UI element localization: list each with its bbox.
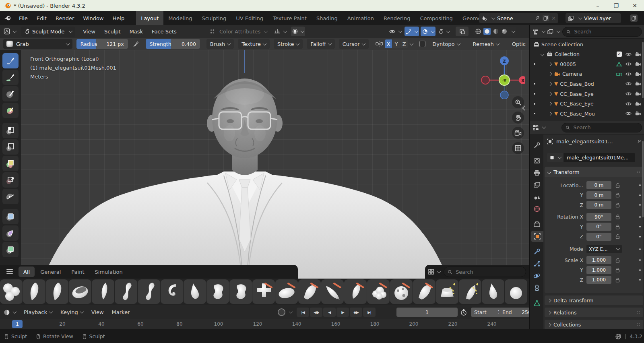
object-id-icon-button[interactable] [547, 153, 564, 162]
shelf-tab-general[interactable]: General [35, 267, 66, 277]
properties-tab-scene[interactable] [530, 191, 543, 202]
wireframe-shading-icon[interactable] [475, 28, 481, 35]
properties-tab-physics[interactable] [530, 270, 543, 281]
expand-icon[interactable] [548, 92, 552, 96]
expand-icon[interactable] [548, 112, 552, 116]
expand-icon[interactable] [548, 102, 552, 106]
brush-asset-thumbnail[interactable] [413, 279, 436, 304]
workspace-tab-compositing[interactable]: Compositing [415, 11, 458, 25]
previous-keyframe-button[interactable]: ◀◆ [310, 308, 322, 317]
rendered-shading-icon[interactable] [501, 28, 508, 35]
brush-asset-thumbnail[interactable] [344, 279, 367, 304]
workspace-tab-modeling[interactable]: Modeling [163, 11, 197, 25]
workspace-tab-sculpting[interactable]: Sculpting [197, 11, 231, 25]
value-field[interactable]: 0 m [586, 201, 611, 209]
value-field[interactable]: 0° [586, 233, 611, 241]
auto-keying-record-icon[interactable] [278, 308, 285, 316]
popover-stroke[interactable]: Stroke [274, 39, 303, 49]
timeline-menu-playback[interactable]: Playback [20, 309, 56, 315]
blender-menu-logo-icon[interactable] [4, 15, 11, 21]
solid-shading-icon[interactable] [483, 28, 491, 35]
color-attributes-label[interactable]: Color Attributes [219, 29, 260, 35]
tool-paint-brush[interactable] [2, 70, 19, 85]
shelf-tab-paint[interactable]: Paint [66, 267, 89, 277]
strength-slider[interactable]: Strength0.400 [146, 39, 200, 49]
eye-icon[interactable] [625, 62, 632, 66]
next-keyframe-button[interactable]: ◆▶ [350, 308, 362, 317]
eye-icon[interactable] [625, 101, 632, 106]
properties-tab-particles[interactable] [530, 258, 543, 269]
properties-scrollbar[interactable] [642, 141, 644, 217]
outliner-item-label[interactable]: Scene Collection [541, 41, 583, 48]
camera-render-icon[interactable] [635, 111, 641, 116]
brush-asset-thumbnail[interactable] [161, 279, 183, 304]
value-field[interactable]: 1.000 [586, 256, 611, 264]
expand-icon[interactable] [548, 82, 552, 86]
outliner-row-cc-base-mou[interactable]: ▼CC_Base_Mou [530, 109, 644, 118]
lock-open-icon[interactable] [615, 267, 620, 273]
animate-dot-icon[interactable] [639, 248, 641, 250]
tool-box-hide[interactable] [2, 139, 19, 155]
workspace-tab-rendering[interactable]: Rendering [379, 11, 415, 25]
tool-cloth-filter[interactable] [2, 225, 19, 241]
animate-dot-icon[interactable] [639, 236, 641, 238]
viewport-menu-sculpt[interactable]: Sculpt [100, 29, 125, 35]
stopwatch-icon[interactable] [460, 308, 467, 316]
close-button[interactable]: ✕ [625, 2, 644, 9]
outliner-row-cc-base-bod[interactable]: ▼CC_Base_Bod [530, 79, 644, 89]
play-button[interactable]: ▶ [336, 308, 349, 317]
brush-asset-thumbnail[interactable] [436, 279, 458, 304]
properties-tab-tool[interactable] [530, 140, 543, 151]
tool-mesh-filter[interactable] [2, 209, 19, 224]
properties-tab-view-layer[interactable] [530, 179, 543, 190]
value-field[interactable]: 0° [586, 223, 611, 231]
unlink-scene-icon[interactable]: ✕ [551, 15, 556, 21]
outliner-row-collection[interactable]: Collection✓ [530, 50, 644, 59]
outliner-item-label[interactable]: CC_Base_Eye [560, 101, 593, 107]
grid-ortho-button[interactable] [512, 142, 524, 154]
popover-brush[interactable]: Brush [206, 39, 234, 49]
animate-dot-icon[interactable] [639, 184, 641, 186]
properties-tab-data[interactable] [530, 298, 543, 309]
section-delta-transform[interactable]: Delta Transform [545, 295, 643, 305]
eye-icon[interactable] [625, 91, 632, 96]
camera-view-button[interactable] [512, 127, 524, 139]
properties-tab-world[interactable] [530, 203, 543, 215]
value-field[interactable]: 0 m [586, 191, 611, 199]
expand-icon[interactable] [548, 62, 552, 66]
timeline-menu-keying[interactable]: Keying [56, 309, 87, 315]
mirror-axis-x[interactable]: X [385, 39, 392, 48]
lock-open-icon[interactable] [615, 202, 620, 208]
object-name-field[interactable]: male_elegantsuit01Me... [564, 153, 635, 162]
shelf-menu-icon[interactable] [6, 269, 13, 274]
breadcrumb-object-name[interactable]: male_elegantsuit01... [556, 138, 634, 145]
outliner-row-cc-base-eye[interactable]: ▼CC_Base_Eye [530, 99, 644, 109]
zoom-button[interactable] [512, 96, 524, 108]
properties-search-input[interactable] [573, 124, 638, 131]
viewlayer-selector[interactable]: ViewLayer [566, 13, 621, 23]
pin-icon[interactable] [535, 16, 540, 21]
menu-edit[interactable]: Edit [32, 13, 51, 23]
lock-open-icon[interactable] [615, 183, 620, 188]
outliner-display-mode-button[interactable] [533, 29, 545, 35]
viewport-menu-face-sets[interactable]: Face Sets [147, 29, 181, 35]
options-menu[interactable]: Optic [508, 39, 529, 49]
radius-slider[interactable]: Radius121 px [76, 39, 128, 49]
brush-asset-thumbnail[interactable] [46, 279, 68, 304]
value-field[interactable]: 0 m [586, 181, 611, 189]
workspace-tab-animation[interactable]: Animation [343, 11, 379, 25]
brush-asset-thumbnail[interactable] [505, 279, 527, 304]
brush-asset-thumbnail[interactable] [206, 279, 229, 304]
current-frame-indicator[interactable]: 1 [12, 320, 23, 328]
outliner-item-label[interactable]: CC_Base_Mou [560, 111, 595, 117]
tool-box-trim[interactable] [2, 172, 19, 188]
tool-box-mask[interactable] [2, 123, 19, 138]
popover-falloff[interactable]: Falloff [307, 39, 334, 49]
camera-render-icon[interactable] [635, 52, 641, 57]
show-gizmo-dropdown[interactable] [388, 27, 403, 36]
outliner-item-label[interactable]: CC_Base_Eye [560, 91, 593, 97]
workspace-tab-texture-paint[interactable]: Texture Paint [268, 11, 312, 25]
xray-toggle[interactable] [456, 27, 469, 36]
camera-render-icon[interactable] [635, 91, 641, 96]
value-field[interactable]: 90° [586, 213, 611, 221]
